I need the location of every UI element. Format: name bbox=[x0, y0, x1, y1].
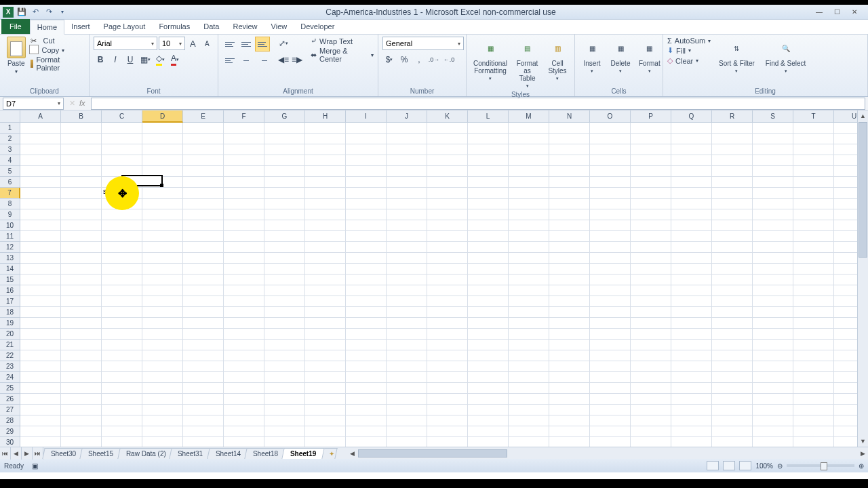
cell[interactable] bbox=[631, 394, 671, 405]
cell[interactable] bbox=[590, 318, 631, 329]
cell[interactable] bbox=[61, 177, 102, 188]
cell[interactable] bbox=[224, 437, 264, 447]
cell[interactable] bbox=[305, 242, 346, 253]
cell[interactable] bbox=[753, 340, 793, 350]
cell[interactable] bbox=[183, 383, 224, 394]
cell[interactable] bbox=[631, 166, 671, 177]
cell[interactable] bbox=[142, 329, 183, 340]
cell[interactable] bbox=[468, 188, 509, 199]
cell[interactable] bbox=[61, 307, 102, 318]
cell[interactable] bbox=[427, 264, 468, 274]
cell[interactable] bbox=[20, 134, 61, 144]
sheet-tab[interactable]: Raw Data (2) bbox=[117, 448, 174, 459]
cell[interactable] bbox=[427, 329, 468, 340]
cell[interactable] bbox=[509, 253, 549, 264]
cell[interactable] bbox=[753, 383, 793, 394]
cell[interactable] bbox=[264, 372, 305, 383]
undo-icon[interactable]: ↶ bbox=[30, 7, 41, 18]
cell[interactable] bbox=[264, 340, 305, 350]
cell[interactable] bbox=[549, 220, 590, 231]
cell[interactable] bbox=[509, 318, 549, 329]
cell[interactable] bbox=[631, 199, 671, 209]
cell[interactable] bbox=[183, 394, 224, 405]
cell[interactable] bbox=[102, 264, 142, 274]
col-header-O[interactable]: O bbox=[590, 110, 631, 123]
align-top-button[interactable] bbox=[222, 37, 237, 52]
cell[interactable] bbox=[631, 242, 671, 253]
cell[interactable] bbox=[142, 372, 183, 383]
cell[interactable] bbox=[468, 155, 509, 166]
view-normal-button[interactable] bbox=[707, 461, 719, 470]
cell[interactable] bbox=[549, 296, 590, 307]
cell[interactable] bbox=[20, 426, 61, 437]
vertical-scrollbar[interactable]: ▲ ▼ bbox=[857, 110, 868, 447]
cell[interactable] bbox=[427, 437, 468, 447]
cell[interactable] bbox=[590, 383, 631, 394]
cell[interactable] bbox=[224, 155, 264, 166]
cell[interactable] bbox=[387, 199, 427, 209]
cell[interactable] bbox=[712, 361, 753, 372]
italic-button[interactable]: I bbox=[108, 53, 122, 66]
cell[interactable] bbox=[509, 188, 549, 199]
col-header-S[interactable]: S bbox=[753, 110, 793, 123]
cell[interactable] bbox=[387, 361, 427, 372]
format-painter-button[interactable]: Format Painter bbox=[31, 56, 85, 72]
cell[interactable] bbox=[427, 242, 468, 253]
cell[interactable] bbox=[590, 123, 631, 134]
cell[interactable] bbox=[224, 199, 264, 209]
cell[interactable] bbox=[346, 177, 387, 188]
vscroll-thumb[interactable] bbox=[859, 122, 867, 258]
cell[interactable] bbox=[305, 329, 346, 340]
select-all-corner[interactable] bbox=[0, 110, 20, 123]
cell[interactable] bbox=[468, 144, 509, 155]
cell[interactable] bbox=[224, 426, 264, 437]
cell[interactable] bbox=[20, 242, 61, 253]
cell[interactable] bbox=[264, 123, 305, 134]
cell[interactable] bbox=[509, 264, 549, 274]
cell[interactable] bbox=[427, 155, 468, 166]
cell[interactable] bbox=[712, 329, 753, 340]
cell[interactable] bbox=[346, 394, 387, 405]
cell[interactable] bbox=[102, 350, 142, 361]
col-header-P[interactable]: P bbox=[631, 110, 671, 123]
cell[interactable] bbox=[102, 405, 142, 415]
cell[interactable] bbox=[20, 307, 61, 318]
cell[interactable] bbox=[224, 285, 264, 296]
cell[interactable] bbox=[753, 134, 793, 144]
cell[interactable] bbox=[631, 361, 671, 372]
cell[interactable] bbox=[387, 426, 427, 437]
cell[interactable] bbox=[793, 220, 834, 231]
cell[interactable] bbox=[549, 264, 590, 274]
cell[interactable] bbox=[631, 134, 671, 144]
cell[interactable] bbox=[753, 394, 793, 405]
cell[interactable] bbox=[427, 199, 468, 209]
cell[interactable] bbox=[387, 177, 427, 188]
cell[interactable] bbox=[346, 134, 387, 144]
border-button[interactable]: ▦▾ bbox=[138, 53, 152, 66]
tab-view[interactable]: View bbox=[264, 19, 294, 34]
row-header-6[interactable]: 6 bbox=[0, 177, 20, 188]
cell[interactable] bbox=[671, 188, 712, 199]
formula-bar[interactable] bbox=[91, 98, 865, 110]
cell[interactable] bbox=[346, 318, 387, 329]
cell[interactable] bbox=[427, 318, 468, 329]
cell[interactable] bbox=[671, 155, 712, 166]
cell[interactable] bbox=[671, 253, 712, 264]
decrease-indent-button[interactable]: ◀≡ bbox=[277, 53, 290, 66]
percent-button[interactable]: % bbox=[397, 53, 411, 66]
cell[interactable] bbox=[61, 209, 102, 220]
cell[interactable] bbox=[183, 220, 224, 231]
cell[interactable] bbox=[61, 144, 102, 155]
cell[interactable] bbox=[468, 274, 509, 285]
cell[interactable] bbox=[509, 340, 549, 350]
decrease-decimal-button[interactable]: ←.0 bbox=[442, 53, 456, 66]
cell[interactable] bbox=[61, 415, 102, 426]
cell[interactable] bbox=[142, 340, 183, 350]
cell[interactable] bbox=[671, 296, 712, 307]
cell[interactable] bbox=[793, 350, 834, 361]
cell[interactable] bbox=[753, 177, 793, 188]
cell[interactable] bbox=[509, 144, 549, 155]
row-header-8[interactable]: 8 bbox=[0, 199, 20, 209]
cell[interactable] bbox=[102, 253, 142, 264]
fx-icon[interactable]: fx bbox=[79, 99, 85, 108]
